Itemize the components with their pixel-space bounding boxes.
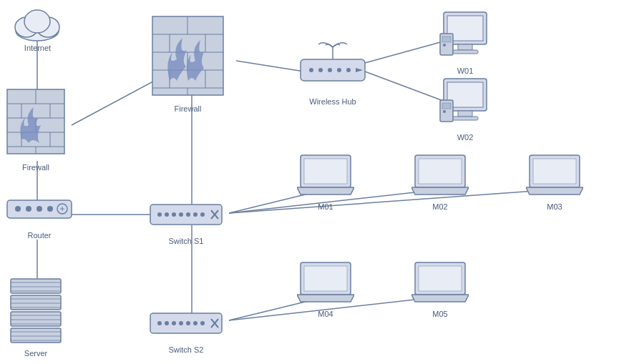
svg-point-69 [47, 206, 53, 212]
svg-point-45 [309, 68, 313, 72]
server-node: Server [4, 275, 68, 358]
svg-point-86 [172, 321, 176, 325]
firewall-center-label: Firewall [175, 104, 202, 113]
router-node: Router [4, 193, 75, 240]
svg-point-47 [328, 68, 332, 72]
svg-point-67 [26, 206, 31, 212]
svg-point-90 [200, 321, 205, 325]
m01-node: M01 [297, 154, 354, 211]
internet-label: Internet [24, 44, 51, 52]
svg-point-88 [186, 321, 190, 325]
svg-point-85 [165, 321, 169, 325]
w02-label: W02 [457, 133, 474, 142]
switch-s2-node: Switch S2 [147, 308, 225, 354]
internet-node: Internet [11, 6, 64, 52]
svg-rect-98 [533, 159, 576, 184]
server-label: Server [24, 349, 47, 358]
svg-point-76 [172, 212, 176, 217]
m05-node: M05 [411, 261, 469, 318]
wireless-hub-label: Wireless Hub [309, 97, 356, 106]
m01-label: M01 [318, 202, 333, 211]
m03-label: M03 [547, 202, 562, 211]
svg-point-78 [186, 212, 190, 217]
svg-point-48 [337, 68, 341, 72]
network-diagram: Internet Firewall [0, 0, 619, 364]
svg-point-75 [165, 212, 169, 217]
w01-label: W01 [457, 67, 474, 75]
svg-point-80 [200, 212, 205, 217]
svg-rect-102 [419, 266, 462, 291]
switch-s2-label: Switch S2 [169, 345, 204, 354]
svg-rect-63 [442, 103, 451, 109]
firewall-center-node: Firewall [147, 13, 229, 113]
svg-line-5 [236, 61, 304, 72]
svg-point-74 [157, 212, 162, 217]
wireless-hub-node: Wireless Hub [297, 41, 369, 106]
svg-rect-100 [304, 266, 347, 291]
router-label: Router [27, 231, 51, 240]
m02-label: M02 [432, 202, 447, 211]
firewall-left-node: Firewall [4, 86, 68, 172]
svg-point-66 [15, 206, 21, 212]
svg-rect-94 [304, 159, 347, 184]
svg-point-64 [443, 110, 446, 113]
svg-point-49 [346, 68, 351, 72]
svg-point-89 [193, 321, 198, 325]
svg-point-18 [24, 10, 50, 33]
svg-point-77 [179, 212, 183, 217]
m04-label: M04 [318, 310, 333, 318]
svg-point-46 [318, 68, 323, 72]
svg-point-68 [36, 206, 42, 212]
switch-s1-label: Switch S1 [169, 237, 204, 245]
svg-rect-96 [419, 159, 462, 184]
svg-rect-53 [458, 44, 472, 50]
svg-rect-61 [452, 117, 478, 120]
svg-rect-56 [442, 36, 451, 42]
w02-node: W02 [437, 77, 494, 142]
svg-point-87 [179, 321, 183, 325]
m04-node: M04 [297, 261, 354, 318]
svg-line-11 [229, 190, 555, 213]
switch-s1-node: Switch S1 [147, 199, 225, 245]
svg-point-84 [157, 321, 162, 325]
svg-point-79 [193, 212, 198, 217]
svg-rect-54 [452, 50, 478, 54]
m02-node: M02 [411, 154, 469, 211]
m03-node: M03 [526, 154, 583, 211]
m05-label: M05 [432, 310, 447, 318]
svg-rect-60 [458, 111, 472, 117]
svg-point-57 [443, 44, 446, 46]
firewall-left-label: Firewall [22, 163, 49, 172]
w01-node: W01 [437, 11, 494, 75]
